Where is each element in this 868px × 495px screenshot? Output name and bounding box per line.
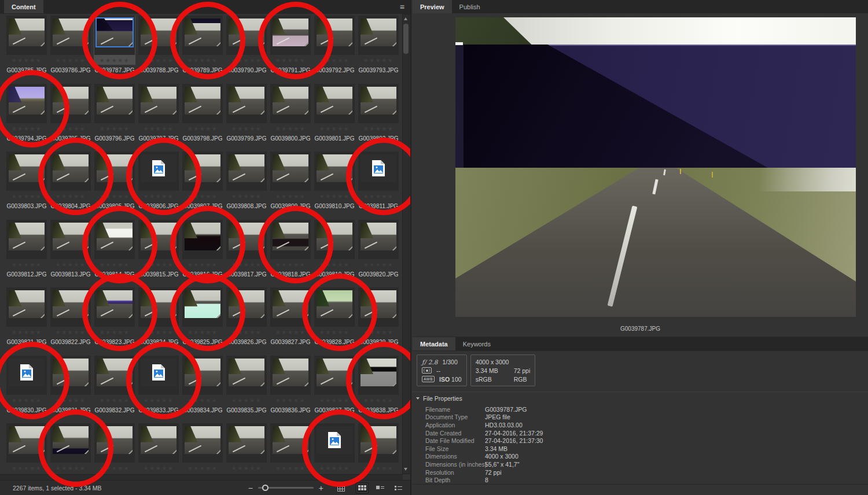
thumbnail-cell[interactable]: ★★★★★G0039792.JPG — [312, 16, 356, 84]
rating-stars[interactable]: ★★★★★ — [6, 329, 47, 335]
rating-stars[interactable]: ★★★★★ — [358, 193, 399, 200]
scrollbar-thumb[interactable] — [403, 24, 409, 54]
rating-stars[interactable]: ★★★★★ — [94, 397, 135, 404]
rating-stars[interactable]: ★★★★★ — [138, 397, 179, 404]
thumbnail-cell[interactable]: ★★★★★G0039788.JPG — [137, 16, 181, 84]
rating-stars[interactable]: ★★★★★ — [314, 57, 355, 64]
vertical-scrollbar[interactable] — [402, 14, 410, 474]
thumbnail-cell[interactable]: ★★★★★G0039801.JPG — [312, 84, 356, 152]
thumbnail-cell[interactable]: ★★★★★G0039803.JPG — [5, 152, 49, 220]
rating-stars[interactable]: ★★★★★ — [270, 329, 311, 335]
thumbnail-cell[interactable]: ★★★★★G0039787.JPG — [93, 16, 137, 84]
thumbnail-cell[interactable]: ★★★★★G0039814.JPG — [93, 220, 137, 288]
rating-stars[interactable]: ★★★★★ — [314, 465, 355, 471]
rating-stars[interactable]: ★★★★★ — [94, 193, 135, 200]
file-properties-header[interactable]: File Properties — [416, 395, 868, 402]
rating-stars[interactable]: ★★★★★ — [94, 465, 135, 471]
tab-preview[interactable]: Preview — [413, 0, 452, 13]
thumbnail-cell[interactable]: ★★★★★G0039786.JPG — [49, 16, 93, 84]
rating-stars[interactable]: ★★★★★ — [182, 397, 223, 404]
rating-stars[interactable]: ★★★★★ — [226, 193, 267, 200]
rating-stars[interactable]: ★★★★★ — [94, 57, 135, 64]
thumbnail-cell[interactable]: ★★★★★G0039838.JPG — [356, 356, 400, 424]
thumbnail-cell[interactable]: ★★★★★G0039837.JPG — [312, 356, 356, 424]
thumbnail-cell[interactable]: ★★★★★G0039802.JPG — [356, 84, 400, 152]
tab-publish[interactable]: Publish — [452, 0, 488, 13]
thumbnail-cell[interactable]: ★★★★★G0039804.JPG — [49, 152, 93, 220]
rating-stars[interactable]: ★★★★★ — [182, 193, 223, 200]
scroll-down-icon[interactable] — [404, 468, 407, 471]
thumbnail-view-button[interactable] — [356, 483, 369, 493]
rating-stars[interactable]: ★★★★★ — [226, 125, 267, 132]
rating-stars[interactable]: ★★★★★ — [138, 465, 179, 471]
thumbnail-cell[interactable]: ★★★★★G0039826.JPG — [225, 287, 269, 356]
slider-thumb[interactable] — [262, 485, 269, 491]
rating-stars[interactable]: ★★★★★ — [314, 329, 355, 335]
rating-stars[interactable]: ★★★★★ — [226, 261, 267, 268]
rating-stars[interactable]: ★★★★★ — [314, 193, 355, 200]
thumbnail-cell[interactable]: ★★★★★G0039835.JPG — [225, 356, 269, 424]
rating-stars[interactable]: ★★★★★ — [270, 57, 311, 64]
rating-stars[interactable]: ★★★★★ — [138, 125, 179, 132]
thumbnail-cell[interactable]: ★★★★★G0039827.JPG — [269, 287, 312, 356]
rating-stars[interactable]: ★★★★★ — [138, 57, 179, 64]
thumbnail-cell[interactable]: ★★★★★G0039810.JPG — [312, 152, 356, 220]
rating-stars[interactable]: ★★★★★ — [138, 329, 179, 335]
rating-stars[interactable]: ★★★★★ — [182, 329, 223, 335]
rating-stars[interactable]: ★★★★★ — [226, 397, 267, 404]
rating-stars[interactable]: ★★★★★ — [182, 125, 223, 132]
rating-stars[interactable]: ★★★★★ — [270, 125, 311, 132]
thumbnail-cell[interactable]: ★★★★★G0039831.JPG — [49, 356, 93, 424]
rating-stars[interactable]: ★★★★★ — [50, 329, 91, 335]
thumbnail-cell[interactable]: ★★★★★G0039825.JPG — [181, 287, 225, 356]
thumbnail-cell[interactable]: ★★★★★G0039811.JPG — [356, 152, 400, 220]
thumbnail-cell[interactable]: ★★★★★G0039822.JPG — [49, 287, 93, 356]
thumbnail-cell[interactable]: ★★★★★G0039808.JPG — [225, 152, 269, 220]
rating-stars[interactable]: ★★★★★ — [314, 397, 355, 404]
thumbnail-cell[interactable]: ★★★★★G0039785.JPG — [5, 16, 49, 84]
thumbnail-cell[interactable]: ★★★★★G0039799.JPG — [225, 84, 269, 152]
thumbnail-cell[interactable]: ★★★★★G0039797.JPG — [137, 84, 181, 152]
thumbnail-cell[interactable]: ★★★★★G0039793.JPG — [356, 16, 400, 84]
detail-view-button[interactable] — [374, 483, 387, 493]
rating-stars[interactable]: ★★★★★ — [94, 125, 135, 132]
thumbnail-cell[interactable]: ★★★★★G0039790.JPG — [225, 16, 269, 84]
rating-stars[interactable]: ★★★★★ — [182, 465, 223, 471]
rating-stars[interactable]: ★★★★★ — [182, 57, 223, 64]
thumbnail-cell[interactable]: ★★★★★G0039794.JPG — [5, 84, 49, 152]
rating-stars[interactable]: ★★★★★ — [270, 397, 311, 404]
rating-stars[interactable]: ★★★★★ — [358, 125, 399, 132]
rating-stars[interactable]: ★★★★★ — [138, 261, 179, 268]
thumbnail-cell[interactable]: ★★★★★G0039830.JPG — [5, 356, 49, 424]
rating-stars[interactable]: ★★★★★ — [358, 397, 399, 404]
rating-stars[interactable]: ★★★★★ — [6, 193, 47, 200]
rating-stars[interactable]: ★★★★★ — [50, 125, 91, 132]
list-view-button[interactable] — [392, 483, 404, 493]
thumbnail-cell[interactable]: ★★★★★G0039832.JPG — [93, 356, 137, 424]
scroll-up-icon[interactable] — [404, 17, 407, 20]
thumbnail-cell[interactable]: ★★★★★G0039819.JPG — [312, 220, 356, 288]
rating-stars[interactable]: ★★★★★ — [358, 261, 399, 268]
rating-stars[interactable]: ★★★★★ — [226, 465, 267, 471]
tab-metadata[interactable]: Metadata — [413, 337, 455, 350]
thumbnail-cell[interactable]: ★★★★★G0039789.JPG — [181, 16, 225, 84]
rating-stars[interactable]: ★★★★★ — [6, 57, 47, 64]
rating-stars[interactable]: ★★★★★ — [94, 329, 135, 335]
thumbnail-cell[interactable]: ★★★★★G0039806.JPG — [137, 152, 181, 220]
thumbnail-cell[interactable]: ★★★★★G0039791.JPG — [269, 16, 312, 84]
thumbnail-cell[interactable]: ★★★★★G0039821.JPG — [5, 287, 49, 356]
thumbnail-cell[interactable]: ★★★★★G0039798.JPG — [181, 84, 225, 152]
rating-stars[interactable]: ★★★★★ — [50, 261, 91, 268]
rating-stars[interactable]: ★★★★★ — [226, 57, 267, 64]
rating-stars[interactable]: ★★★★★ — [6, 465, 47, 471]
thumbnail-cell[interactable]: ★★★★★G0039829.JPG — [356, 287, 400, 356]
rating-stars[interactable]: ★★★★★ — [182, 261, 223, 268]
rating-stars[interactable]: ★★★★★ — [94, 261, 135, 268]
thumbnail-cell[interactable]: ★★★★★G0039800.JPG — [269, 84, 312, 152]
thumbnail-cell[interactable]: ★★★★★G0039796.JPG — [93, 84, 137, 152]
rating-stars[interactable]: ★★★★★ — [50, 465, 91, 471]
rating-stars[interactable]: ★★★★★ — [270, 465, 311, 471]
thumbnail-cell[interactable]: ★★★★★G0039828.JPG — [312, 287, 356, 356]
rating-stars[interactable]: ★★★★★ — [270, 261, 311, 268]
rating-stars[interactable]: ★★★★★ — [358, 329, 399, 335]
